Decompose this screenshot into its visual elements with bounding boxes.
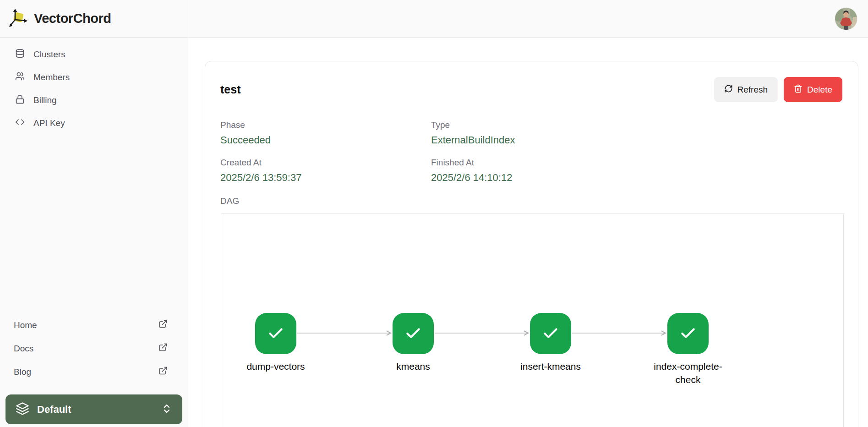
workspace-name: Default	[37, 404, 71, 416]
delete-label: Delete	[807, 85, 832, 95]
field-created-at: Created At 2025/2/6 13:59:37	[220, 158, 431, 183]
dag-node-label: insert-kmeans	[520, 360, 581, 373]
dag-node-label: kmeans	[396, 360, 430, 373]
dag-node-label: index-complete-check	[648, 360, 728, 386]
refresh-button[interactable]: Refresh	[714, 77, 778, 102]
field-type: Type ExternalBuildIndex	[431, 120, 842, 146]
vectorchord-logo-icon	[8, 7, 30, 31]
dag-node-index-complete-check: index-complete-check	[647, 313, 729, 386]
dag-node-insert-kmeans: insert-kmeans	[509, 313, 592, 373]
field-label: Type	[431, 120, 842, 130]
dag-node-label: dump-vectors	[246, 360, 305, 373]
sidebar-item-label: Members	[33, 72, 70, 82]
delete-button[interactable]: Delete	[784, 77, 842, 102]
code-icon	[15, 117, 25, 129]
field-label: Phase	[220, 120, 431, 130]
sidebar-item-members[interactable]: Members	[0, 66, 188, 89]
dag-section-label: DAG	[220, 196, 842, 206]
sidebar-nav: Clusters Members Billing	[0, 38, 188, 135]
database-icon	[15, 49, 25, 60]
succeeded-check-icon[interactable]	[255, 313, 296, 354]
sidebar-link-home[interactable]: Home	[0, 313, 188, 337]
dag-node-kmeans: kmeans	[372, 313, 454, 373]
trash-icon	[794, 84, 802, 95]
brand-header: VectorChord	[0, 0, 188, 38]
sidebar-external-links: Home Docs Blog	[0, 313, 188, 394]
user-avatar[interactable]	[835, 8, 857, 30]
external-link-icon	[158, 343, 168, 354]
dag-canvas: dump-vectors kmeans	[221, 213, 844, 427]
sidebar-link-label: Docs	[14, 344, 33, 354]
job-detail-card: test Refresh	[205, 61, 858, 427]
sidebar-link-docs[interactable]: Docs	[0, 337, 188, 360]
topbar	[188, 0, 868, 38]
sidebar-item-label: Billing	[33, 95, 57, 105]
succeeded-check-icon[interactable]	[530, 313, 571, 354]
sidebar-item-label: API Key	[33, 118, 65, 128]
field-value: 2025/2/6 14:10:12	[431, 172, 842, 183]
app-window: VectorChord Clusters Members	[0, 0, 868, 427]
field-value: ExternalBuildIndex	[431, 134, 842, 146]
card-header: test Refresh	[220, 77, 842, 102]
field-label: Finished At	[431, 158, 842, 168]
sidebar-link-label: Blog	[14, 367, 31, 377]
sidebar-link-label: Home	[14, 320, 37, 330]
dag-node-dump-vectors: dump-vectors	[235, 313, 317, 373]
field-finished-at: Finished At 2025/2/6 14:10:12	[431, 158, 842, 183]
sidebar-item-billing[interactable]: Billing	[0, 89, 188, 112]
external-link-icon	[158, 319, 168, 331]
refresh-label: Refresh	[737, 85, 768, 95]
sidebar-item-clusters[interactable]: Clusters	[0, 43, 188, 66]
sidebar-item-api-key[interactable]: API Key	[0, 112, 188, 135]
content: test Refresh	[188, 38, 868, 427]
field-value: Succeeded	[220, 134, 431, 146]
layers-icon	[16, 402, 29, 417]
workspace-selector[interactable]: Default	[5, 394, 182, 424]
refresh-icon	[724, 84, 733, 95]
sidebar-item-label: Clusters	[33, 49, 66, 60]
field-label: Created At	[220, 158, 431, 168]
chevrons-up-down-icon	[161, 403, 172, 416]
job-info-grid: Phase Succeeded Type ExternalBuildIndex …	[220, 120, 842, 195]
sidebar-link-blog[interactable]: Blog	[0, 360, 188, 383]
main-area: test Refresh	[188, 0, 868, 427]
action-buttons: Refresh Delete	[714, 77, 842, 102]
users-icon	[15, 71, 25, 83]
field-phase: Phase Succeeded	[220, 120, 431, 146]
sidebar: VectorChord Clusters Members	[0, 0, 188, 427]
brand-name: VectorChord	[34, 11, 111, 26]
succeeded-check-icon[interactable]	[393, 313, 434, 354]
field-value: 2025/2/6 13:59:37	[220, 172, 431, 183]
succeeded-check-icon[interactable]	[667, 313, 709, 354]
lock-icon	[15, 94, 25, 106]
external-link-icon	[158, 366, 168, 378]
job-title: test	[220, 83, 240, 96]
